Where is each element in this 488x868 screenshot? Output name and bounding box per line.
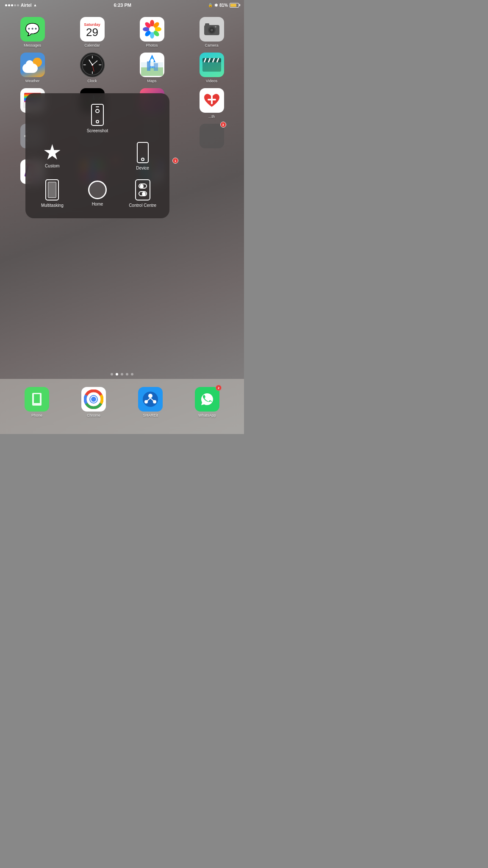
- device-home-circle: [141, 158, 144, 161]
- at-custom[interactable]: Custom: [44, 144, 61, 168]
- app-icon-weather[interactable]: [20, 53, 45, 77]
- app-photos[interactable]: Photos: [124, 17, 180, 47]
- signal-dot-5: [17, 4, 19, 6]
- toggle-knob-1: [140, 184, 144, 188]
- app-icon-camera[interactable]: [200, 17, 224, 42]
- battery-indicator: [230, 3, 239, 8]
- wifi-icon: ▲: [33, 3, 37, 7]
- phone-camera-icon: [95, 109, 100, 113]
- battery-fill: [230, 4, 236, 7]
- dock-icon-phone[interactable]: [25, 387, 49, 412]
- dock-whatsapp[interactable]: 2 WhatsApp: [195, 387, 219, 417]
- app-health[interactable]: ...th: [183, 88, 240, 119]
- at-device-label: Device: [136, 166, 149, 170]
- at-screenshot[interactable]: Screenshot: [87, 104, 108, 133]
- at-custom-label: Custom: [45, 164, 59, 168]
- app-label-videos: Videos: [206, 79, 217, 83]
- svg-point-32: [150, 59, 154, 62]
- app-maps[interactable]: 280 Maps: [124, 53, 180, 83]
- photos-svg: [142, 19, 162, 39]
- app-icon-maps[interactable]: 280: [140, 53, 164, 77]
- bluetooth-icon: ✱: [214, 3, 218, 8]
- page-dot-3[interactable]: [121, 373, 123, 376]
- signal-strength: [5, 4, 19, 6]
- custom-star-icon: [44, 144, 61, 161]
- app-messages-badge[interactable]: 3: [183, 124, 240, 154]
- at-control-centre[interactable]: Control Centre: [129, 179, 156, 208]
- at-device[interactable]: Device: [136, 142, 149, 170]
- multitasking-icon: [45, 179, 59, 200]
- weather-icon-inner: [22, 57, 43, 73]
- page-dot-1[interactable]: [111, 373, 113, 376]
- app-icon-videos[interactable]: [200, 53, 224, 77]
- svg-point-71: [148, 394, 152, 398]
- health-svg: [203, 92, 220, 108]
- banking-badge: 1: [172, 158, 178, 164]
- app-clock[interactable]: Clock: [64, 53, 120, 83]
- app-label-calendar: Calendar: [84, 43, 100, 47]
- page-dot-2[interactable]: [116, 373, 118, 376]
- svg-point-14: [211, 29, 213, 31]
- app-label-weather: Weather: [25, 79, 40, 83]
- dock-chrome[interactable]: Chrome: [81, 387, 106, 417]
- dock-icon-whatsapp[interactable]: 2: [195, 387, 219, 412]
- carrier-label: Airtel: [21, 3, 32, 8]
- signal-dot-2: [8, 4, 10, 6]
- toggle-knob-2: [142, 192, 146, 196]
- lock-icon: 🔒: [208, 3, 213, 7]
- app-messages[interactable]: 💬 Messages: [4, 17, 61, 47]
- svg-point-24: [92, 64, 93, 66]
- dock-label-whatsapp: WhatsApp: [198, 413, 216, 417]
- clock-svg: [82, 54, 103, 75]
- svg-point-69: [91, 397, 96, 402]
- at-screenshot-label: Screenshot: [87, 128, 108, 133]
- svg-rect-11: [205, 23, 209, 26]
- at-multitasking-label: Multitasking: [41, 203, 64, 208]
- svg-point-64: [36, 404, 38, 405]
- app-camera[interactable]: Camera: [183, 17, 240, 47]
- chrome-svg: [84, 389, 103, 409]
- home-circle-icon: [88, 181, 107, 199]
- app-empty: [183, 159, 240, 190]
- app-icon-messages-badge[interactable]: 3: [200, 124, 224, 148]
- app-calendar[interactable]: Saturday 29 Calendar: [64, 17, 120, 47]
- messages-badge: 3: [220, 122, 226, 128]
- dock-phone[interactable]: Phone: [25, 387, 49, 417]
- status-time: 6:23 PM: [114, 3, 131, 8]
- dock-label-phone: Phone: [31, 413, 42, 417]
- at-multitasking[interactable]: Multitasking: [41, 179, 64, 208]
- dock-icon-shareit[interactable]: [138, 387, 163, 412]
- app-icon-messages[interactable]: 💬: [20, 17, 45, 42]
- cloud-icon: [22, 64, 38, 73]
- app-label-camera: Camera: [205, 43, 218, 47]
- app-icon-calendar[interactable]: Saturday 29: [80, 17, 105, 42]
- battery-icon: [230, 3, 239, 8]
- status-left: Airtel ▲: [5, 3, 37, 8]
- page-indicator: [0, 373, 244, 376]
- dock-shareit[interactable]: SHAREit: [138, 387, 163, 417]
- shareit-svg: [142, 391, 159, 408]
- app-label-health: ...th: [208, 114, 215, 119]
- dock-label-chrome: Chrome: [87, 413, 100, 417]
- app-weather[interactable]: Weather: [4, 53, 61, 83]
- battery-percent: 81%: [219, 3, 228, 8]
- at-home[interactable]: Home: [88, 181, 107, 206]
- svg-text:280: 280: [150, 66, 155, 69]
- whatsapp-badge: 2: [216, 385, 222, 391]
- multitasking-inner: [48, 182, 56, 198]
- app-videos[interactable]: Videos: [183, 53, 240, 83]
- screenshot-phone-icon: [91, 104, 104, 126]
- app-icon-health[interactable]: [200, 88, 224, 113]
- app-label-clock: Clock: [87, 79, 97, 83]
- app-label-messages: Messages: [24, 43, 41, 47]
- page-dot-4[interactable]: [126, 373, 128, 376]
- app-icon-photos[interactable]: [140, 17, 164, 42]
- control-centre-icon: [135, 179, 150, 200]
- page-dot-5[interactable]: [131, 373, 133, 376]
- app-label-maps: Maps: [147, 79, 156, 83]
- maps-svg: 280: [141, 54, 163, 76]
- dock-icon-chrome[interactable]: [81, 387, 106, 412]
- status-bar: Airtel ▲ 6:23 PM 🔒 ✱ 81%: [0, 0, 244, 10]
- app-icon-clock[interactable]: [80, 53, 105, 77]
- dock: Phone Chrome: [0, 379, 244, 434]
